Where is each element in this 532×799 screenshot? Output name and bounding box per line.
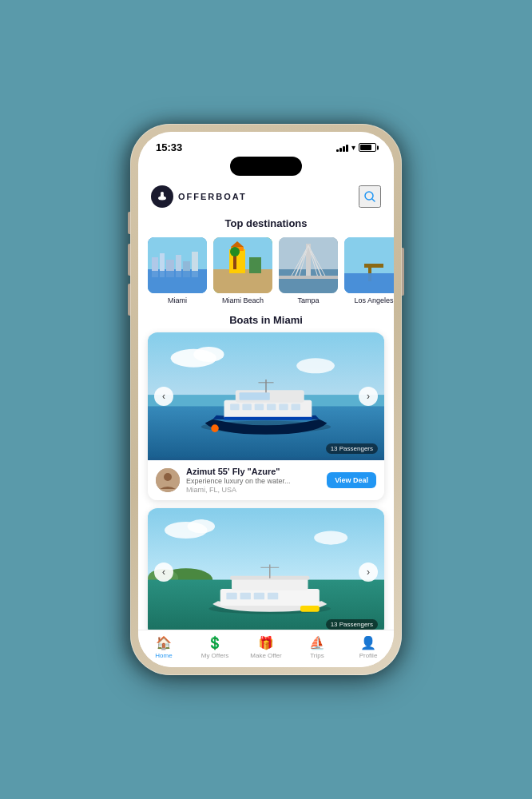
nav-my-offers[interactable]: 💲 My Offers bbox=[189, 635, 240, 659]
destinations-list[interactable]: Miami bbox=[138, 237, 394, 304]
trips-icon: ⛵ bbox=[309, 635, 325, 650]
boat-location-1: Miami, FL, USA bbox=[186, 486, 320, 494]
svg-rect-14 bbox=[148, 271, 207, 293]
status-time: 15:33 bbox=[156, 141, 182, 153]
svg-point-3 bbox=[161, 192, 164, 195]
search-button[interactable] bbox=[359, 185, 381, 208]
dest-label-miami-beach: Miami Beach bbox=[222, 296, 264, 304]
dynamic-island bbox=[230, 157, 302, 176]
svg-rect-69 bbox=[226, 593, 236, 600]
next-arrow-2[interactable]: › bbox=[359, 562, 378, 582]
volume-down-button[interactable] bbox=[128, 284, 130, 316]
svg-rect-37 bbox=[344, 273, 394, 293]
boat-card-1: ‹ › 13 Passengers Az bbox=[148, 332, 384, 500]
volume-up-button[interactable] bbox=[128, 244, 130, 276]
logo-text: OFFERBOAT bbox=[178, 192, 247, 201]
svg-point-41 bbox=[296, 358, 335, 373]
svg-rect-53 bbox=[240, 392, 270, 400]
prev-arrow-2[interactable]: ‹ bbox=[154, 562, 173, 582]
destinations-title: Top destinations bbox=[138, 217, 394, 229]
power-button[interactable] bbox=[402, 248, 404, 296]
boat-image-2: ‹ › 13 Passengers bbox=[148, 508, 384, 630]
svg-rect-77 bbox=[300, 606, 320, 612]
offers-icon: 💲 bbox=[207, 635, 223, 650]
svg-rect-51 bbox=[292, 404, 300, 411]
dest-label-miami: Miami bbox=[168, 296, 187, 304]
bottom-nav: 🏠 Home 💲 My Offers 🎁 Make Offer ⛵ Trips … bbox=[138, 630, 394, 667]
passengers-badge-2: 13 Passengers bbox=[326, 619, 378, 630]
nav-profile[interactable]: 👤 Profile bbox=[343, 635, 394, 659]
svg-rect-36 bbox=[364, 264, 383, 268]
wifi-icon: ▾ bbox=[351, 143, 355, 152]
phone-screen: 15:33 ▾ bbox=[138, 132, 394, 667]
signal-icon bbox=[336, 144, 348, 152]
phone-frame: 15:33 ▾ bbox=[130, 124, 402, 675]
svg-rect-70 bbox=[240, 593, 251, 600]
svg-rect-46 bbox=[230, 404, 239, 411]
boat-card-2: ‹ › 13 Passengers bbox=[148, 508, 384, 630]
profile-icon: 👤 bbox=[360, 635, 376, 650]
destination-tampa[interactable]: Tampa bbox=[279, 237, 338, 304]
svg-rect-56 bbox=[224, 417, 312, 420]
app-header: OFFERBOAT bbox=[138, 179, 394, 211]
svg-rect-72 bbox=[268, 593, 278, 600]
nav-make-offer[interactable]: 🎁 Make Offer bbox=[240, 635, 292, 659]
dest-label-la: Los Angeles bbox=[354, 296, 393, 304]
view-deal-btn-1[interactable]: View Deal bbox=[327, 472, 376, 488]
nav-home-label: Home bbox=[155, 652, 172, 659]
svg-rect-73 bbox=[232, 578, 308, 590]
prev-arrow-1[interactable]: ‹ bbox=[154, 387, 173, 406]
svg-rect-47 bbox=[242, 404, 251, 411]
svg-line-5 bbox=[372, 199, 375, 201]
svg-rect-22 bbox=[249, 257, 261, 273]
status-icons: ▾ bbox=[336, 143, 376, 152]
boat-avatar-1 bbox=[156, 468, 180, 492]
destination-miami-beach[interactable]: Miami Beach bbox=[213, 237, 272, 304]
svg-point-62 bbox=[188, 519, 215, 533]
next-arrow-1[interactable]: › bbox=[359, 387, 378, 406]
make-offer-icon: 🎁 bbox=[258, 635, 274, 650]
boat-details-1: Azimut 55' Fly "Azure" Experience luxury… bbox=[186, 467, 320, 494]
nav-trips[interactable]: ⛵ Trips bbox=[292, 635, 343, 659]
svg-rect-49 bbox=[267, 404, 276, 411]
nav-make-offer-label: Make Offer bbox=[250, 652, 281, 659]
svg-rect-71 bbox=[254, 593, 264, 600]
logo: OFFERBOAT bbox=[151, 185, 247, 208]
nav-profile-label: Profile bbox=[359, 652, 378, 659]
logo-icon bbox=[151, 185, 173, 208]
svg-point-63 bbox=[314, 531, 347, 544]
nav-trips-label: Trips bbox=[310, 652, 324, 659]
mute-button[interactable] bbox=[128, 212, 130, 234]
nav-home[interactable]: 🏠 Home bbox=[138, 635, 189, 659]
svg-point-59 bbox=[164, 473, 172, 481]
boat-info-1: Azimut 55' Fly "Azure" Experience luxury… bbox=[148, 460, 384, 500]
home-icon: 🏠 bbox=[156, 635, 172, 650]
svg-point-40 bbox=[193, 347, 224, 362]
status-bar: 15:33 ▾ bbox=[138, 132, 394, 157]
boat-image-1: ‹ › 13 Passengers bbox=[148, 332, 384, 460]
nav-offers-label: My Offers bbox=[201, 652, 229, 659]
svg-point-21 bbox=[230, 247, 240, 256]
battery-icon bbox=[359, 143, 376, 152]
boats-section-title: Boats in Miami bbox=[138, 314, 394, 326]
dest-label-tampa: Tampa bbox=[297, 296, 319, 304]
svg-point-57 bbox=[211, 424, 219, 432]
app-content[interactable]: OFFERBOAT Top destinations bbox=[138, 179, 394, 630]
boat-desc-1: Experience luxury on the water... bbox=[186, 477, 320, 485]
svg-rect-48 bbox=[255, 404, 264, 411]
boat-name-1: Azimut 55' Fly "Azure" bbox=[186, 467, 320, 476]
svg-rect-32 bbox=[279, 276, 338, 279]
passengers-badge-1: 13 Passengers bbox=[326, 443, 378, 454]
destination-la[interactable]: Los Angeles bbox=[344, 237, 394, 304]
svg-rect-50 bbox=[279, 404, 288, 411]
destination-miami[interactable]: Miami bbox=[148, 237, 207, 304]
